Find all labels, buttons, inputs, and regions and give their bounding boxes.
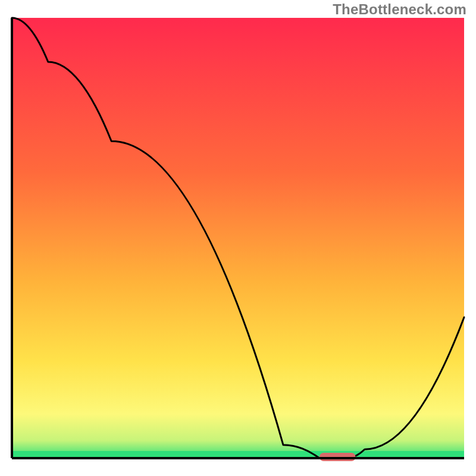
plot-area [12,18,464,461]
chart-background [12,18,464,458]
watermark-text: TheBottleneck.com [333,1,466,18]
bottleneck-chart [0,0,476,476]
chart-container: TheBottleneck.com [0,0,476,476]
